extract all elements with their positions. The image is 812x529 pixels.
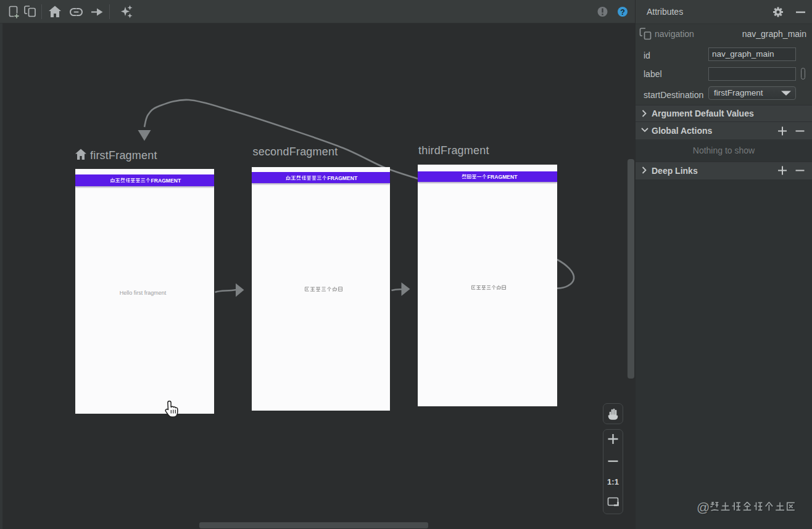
svg-text:@: @ (697, 500, 710, 514)
